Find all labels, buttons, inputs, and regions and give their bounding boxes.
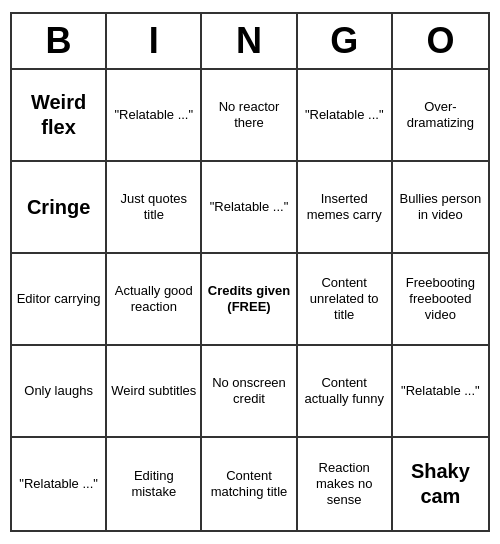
bingo-cell-5[interactable]: Cringe	[12, 162, 107, 254]
bingo-cell-9[interactable]: Bullies person in video	[393, 162, 488, 254]
bingo-cell-19[interactable]: "Relatable ..."	[393, 346, 488, 438]
bingo-cell-3[interactable]: "Relatable ..."	[298, 70, 393, 162]
bingo-cell-11[interactable]: Actually good reaction	[107, 254, 202, 346]
bingo-letter-b: B	[12, 14, 107, 68]
bingo-cell-1[interactable]: "Relatable ..."	[107, 70, 202, 162]
bingo-cell-15[interactable]: Only laughs	[12, 346, 107, 438]
bingo-card: BINGO Weird flex"Relatable ..."No reacto…	[10, 12, 490, 532]
bingo-cell-4[interactable]: Over-dramatizing	[393, 70, 488, 162]
bingo-cell-12[interactable]: Credits given (FREE)	[202, 254, 297, 346]
bingo-cell-16[interactable]: Weird subtitles	[107, 346, 202, 438]
bingo-letter-o: O	[393, 14, 488, 68]
bingo-letter-i: I	[107, 14, 202, 68]
bingo-cell-22[interactable]: Content matching title	[202, 438, 297, 530]
bingo-grid: Weird flex"Relatable ..."No reactor ther…	[12, 70, 488, 530]
bingo-cell-13[interactable]: Content unrelated to title	[298, 254, 393, 346]
bingo-cell-17[interactable]: No onscreen credit	[202, 346, 297, 438]
bingo-cell-20[interactable]: "Relatable ..."	[12, 438, 107, 530]
bingo-cell-2[interactable]: No reactor there	[202, 70, 297, 162]
bingo-header: BINGO	[12, 14, 488, 70]
bingo-cell-0[interactable]: Weird flex	[12, 70, 107, 162]
bingo-cell-23[interactable]: Reaction makes no sense	[298, 438, 393, 530]
bingo-cell-18[interactable]: Content actually funny	[298, 346, 393, 438]
bingo-letter-n: N	[202, 14, 297, 68]
bingo-cell-8[interactable]: Inserted memes carry	[298, 162, 393, 254]
bingo-cell-14[interactable]: Freebooting freebooted video	[393, 254, 488, 346]
bingo-cell-21[interactable]: Editing mistake	[107, 438, 202, 530]
bingo-cell-24[interactable]: Shaky cam	[393, 438, 488, 530]
bingo-cell-7[interactable]: "Relatable ..."	[202, 162, 297, 254]
bingo-cell-10[interactable]: Editor carrying	[12, 254, 107, 346]
bingo-cell-6[interactable]: Just quotes title	[107, 162, 202, 254]
bingo-letter-g: G	[298, 14, 393, 68]
